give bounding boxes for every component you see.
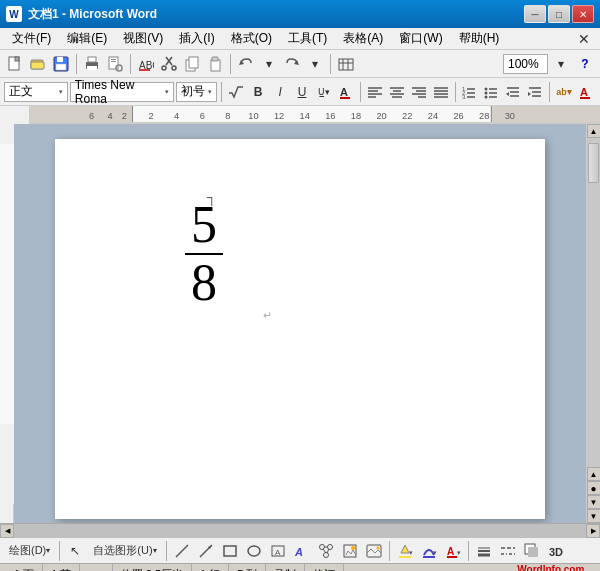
menu-table[interactable]: 表格(A) <box>335 28 391 49</box>
menu-view[interactable]: 视图(V) <box>115 28 171 49</box>
oval-button[interactable] <box>243 540 265 562</box>
undo-buttons: ▾ ▾ <box>235 53 326 75</box>
svg-text:A: A <box>275 548 281 557</box>
menu-format[interactable]: 格式(O) <box>223 28 280 49</box>
redo-button[interactable] <box>281 53 303 75</box>
picture-button[interactable] <box>363 540 385 562</box>
menu-window[interactable]: 窗口(W) <box>391 28 450 49</box>
underline-color-button[interactable]: U̲▾ <box>314 81 334 103</box>
svg-text:▾: ▾ <box>409 549 413 556</box>
minimize-button[interactable]: ─ <box>524 5 546 23</box>
paste-button[interactable] <box>204 53 226 75</box>
prev-page-button[interactable]: ▲ <box>587 467 601 481</box>
help-button[interactable]: ? <box>574 53 596 75</box>
size-selector[interactable]: 初号 ▾ <box>176 82 217 102</box>
undo-button[interactable] <box>235 53 257 75</box>
autoshape-button[interactable]: 自选图形(U) ▾ <box>88 540 161 562</box>
wordart-button[interactable]: A <box>291 540 313 562</box>
bold-button[interactable]: B <box>248 81 268 103</box>
menu-file[interactable]: 文件(F) <box>4 28 59 49</box>
autoshape-arrow: ▾ <box>153 546 157 555</box>
svg-text:10: 10 <box>248 111 258 121</box>
new-button[interactable] <box>4 53 26 75</box>
svg-text:▾: ▾ <box>433 549 437 556</box>
document-area[interactable]: ┐ 5 8 ↵ <box>14 124 586 523</box>
sqrt-button[interactable] <box>226 81 246 103</box>
svg-point-59 <box>485 95 488 98</box>
redo-arrow[interactable]: ▾ <box>304 53 326 75</box>
hscroll-left-button[interactable]: ◀ <box>0 524 14 538</box>
window-title: 文档1 - Microsoft Word <box>28 6 157 23</box>
justify-button[interactable] <box>431 81 451 103</box>
hscroll-track[interactable] <box>14 524 586 538</box>
table-button[interactable] <box>335 53 357 75</box>
select-button[interactable]: ↖ <box>64 540 86 562</box>
line-button[interactable] <box>171 540 193 562</box>
scroll-down-button[interactable]: ▼ <box>587 509 601 523</box>
save-button[interactable] <box>50 53 72 75</box>
bullets-button[interactable] <box>481 81 501 103</box>
sep4 <box>330 54 331 74</box>
next-page-button[interactable]: ▼ <box>587 495 601 509</box>
increase-indent-button[interactable] <box>525 81 545 103</box>
font-selector[interactable]: Times New Roma ▾ <box>70 82 174 102</box>
menu-tools[interactable]: 工具(T) <box>280 28 335 49</box>
draw-label: 绘图(D) <box>9 543 46 558</box>
svg-text:24: 24 <box>428 111 438 121</box>
preview-button[interactable] <box>104 53 126 75</box>
scroll-track[interactable] <box>587 138 601 467</box>
style-value: 正文 <box>9 83 33 100</box>
zoom-arrow[interactable]: ▾ <box>550 53 572 75</box>
sep-fmt3 <box>455 82 456 102</box>
menu-insert[interactable]: 插入(I) <box>171 28 222 49</box>
font-color-button[interactable]: A <box>336 81 356 103</box>
highlight-button[interactable]: ab▾ <box>554 81 574 103</box>
rect-button[interactable] <box>219 540 241 562</box>
zoom-box[interactable]: 100% <box>503 54 548 74</box>
svg-rect-8 <box>88 57 96 62</box>
menu-edit[interactable]: 编辑(E) <box>59 28 115 49</box>
print-buttons <box>81 53 126 75</box>
select-browse-button[interactable]: ● <box>587 481 601 495</box>
fill-color-button[interactable]: ▾ <box>394 540 416 562</box>
font-color2-button[interactable]: A <box>576 81 596 103</box>
status-position: 位置 2.5厘米 <box>113 564 192 571</box>
copy-button[interactable] <box>181 53 203 75</box>
numbering-button[interactable]: 1.2.3. <box>459 81 479 103</box>
toolbar2: 正文 ▾ Times New Roma ▾ 初号 ▾ B I U U̲▾ A 1… <box>0 78 600 106</box>
align-right-button[interactable] <box>409 81 429 103</box>
draw-sep <box>59 541 60 561</box>
scroll-up-button[interactable]: ▲ <box>587 124 601 138</box>
scroll-thumb[interactable] <box>588 143 599 183</box>
hscroll-right-button[interactable]: ▶ <box>586 524 600 538</box>
underline-button[interactable]: U <box>292 81 312 103</box>
print-button[interactable] <box>81 53 103 75</box>
vertical-scrollbar[interactable]: ▲ ▲ ● ▼ ▼ <box>586 124 600 523</box>
align-left-button[interactable] <box>365 81 385 103</box>
3d-button[interactable]: 3D <box>545 540 567 562</box>
dash-style-button[interactable] <box>497 540 519 562</box>
diagram-button[interactable] <box>315 540 337 562</box>
textbox-button[interactable]: A <box>267 540 289 562</box>
arrow-button[interactable] <box>195 540 217 562</box>
draw-menu-button[interactable]: 绘图(D) ▾ <box>4 540 55 562</box>
cut-button[interactable] <box>158 53 180 75</box>
section-label: 1 节 <box>51 567 71 571</box>
line-style-button[interactable] <box>473 540 495 562</box>
menu-close-x[interactable]: ✕ <box>572 31 596 47</box>
spell-button[interactable]: ABC <box>135 53 157 75</box>
open-button[interactable] <box>27 53 49 75</box>
font-color3-button[interactable]: A▾ <box>442 540 464 562</box>
clip-art-button[interactable] <box>339 540 361 562</box>
close-button[interactable]: ✕ <box>572 5 594 23</box>
line-color-button[interactable]: ▾ <box>418 540 440 562</box>
decrease-indent-button[interactable] <box>503 81 523 103</box>
horizontal-scrollbar[interactable]: ◀ ▶ <box>0 523 600 537</box>
maximize-button[interactable]: □ <box>548 5 570 23</box>
align-center-button[interactable] <box>387 81 407 103</box>
shadow-button[interactable] <box>521 540 543 562</box>
menu-help[interactable]: 帮助(H) <box>451 28 508 49</box>
style-selector[interactable]: 正文 ▾ <box>4 82 68 102</box>
italic-button[interactable]: I <box>270 81 290 103</box>
undo-arrow[interactable]: ▾ <box>258 53 280 75</box>
